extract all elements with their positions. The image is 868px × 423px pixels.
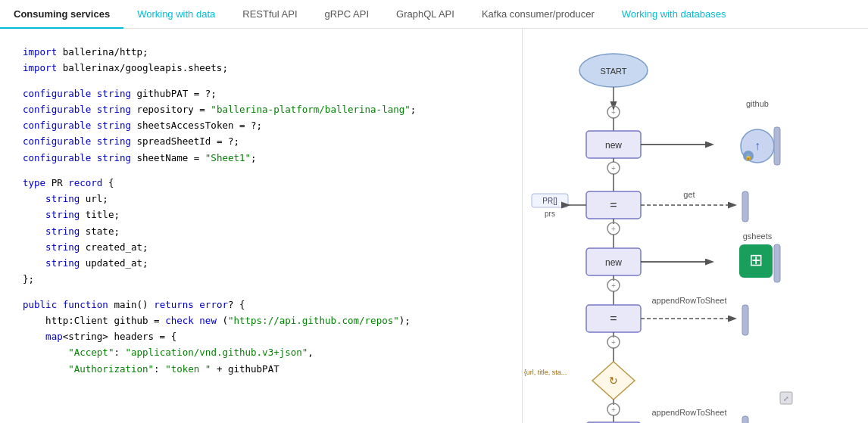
code-line-11: string url;: [23, 191, 499, 207]
new-label-2: new: [605, 257, 622, 268]
code-blank: [23, 166, 499, 175]
start-label: START: [600, 67, 626, 76]
loop-label: {url, title, sta...: [524, 369, 567, 376]
github-lock-icon: 🔒: [745, 153, 752, 160]
gsheets-icon-symbol: ⊞: [749, 250, 763, 269]
tab-working-with-data[interactable]: Working with data: [123, 0, 229, 29]
tab-consuming-services[interactable]: Consuming services: [0, 0, 123, 29]
diagram-panel: START + new github ↑ 🔒: [523, 29, 868, 423]
tab-label: GraphQL API: [396, 8, 454, 20]
code-line-18: public function main() returns error? {: [23, 297, 499, 313]
tab-graphql-api[interactable]: GraphQL API: [382, 0, 468, 29]
scrollbar-get: [742, 191, 748, 222]
code-line-1: import ballerina/http;: [23, 44, 499, 60]
code-line-15: string updated_at;: [23, 255, 499, 271]
code-line-2: import ballerinax/googleapis.sheets;: [23, 60, 499, 76]
plus-icon-loop: +: [611, 406, 616, 414]
resize-icon: ⤢: [783, 395, 789, 403]
code-line-14: string created_at;: [23, 239, 499, 255]
tab-label: Working with databases: [622, 8, 726, 20]
scrollbar-append1: [742, 305, 748, 335]
tab-label: gRPC API: [325, 8, 370, 20]
get-label: get: [683, 190, 695, 199]
code-line-7: configurable string spreadSheetId = ?;: [23, 133, 499, 149]
github-label: github: [746, 99, 769, 108]
tab-label: Consuming services: [14, 8, 110, 20]
new-label-1: new: [605, 140, 622, 151]
scrollbar-append2: [742, 416, 748, 423]
tab-restful-api[interactable]: RESTful API: [229, 0, 311, 29]
code-line-4: configurable string githubPAT = ?;: [23, 86, 499, 101]
eq-label-1: =: [610, 198, 617, 211]
plus-icon-eq1: +: [611, 225, 616, 233]
scrollbar-gsheets: [774, 244, 780, 282]
tab-label: RESTful API: [242, 8, 297, 20]
gsheets-label: gsheets: [743, 232, 773, 241]
tab-grpc-api[interactable]: gRPC API: [311, 0, 383, 29]
code-line-12: string title;: [23, 207, 499, 222]
code-line-8: configurable string sheetName = "Sheet1"…: [23, 150, 499, 166]
tab-label: Kafka consumer/producer: [482, 8, 595, 20]
append-label-2: appendRowToSheet: [651, 408, 726, 417]
code-line-10: type PR record {: [23, 175, 499, 191]
main-content: import ballerina/http; import ballerinax…: [0, 29, 868, 423]
prs-label: prs: [545, 210, 555, 218]
code-line-22: "Authorization": "token " + githubPAT: [23, 361, 499, 377]
scrollbar-github: [774, 127, 780, 165]
append-label-1: appendRowToSheet: [651, 296, 726, 305]
code-line-20: map<string> headers = {: [23, 328, 499, 344]
code-line-19: http:Client github = check new ("https:/…: [23, 313, 499, 328]
plus-icon-new1: +: [611, 164, 616, 173]
plus-icon-eq2: +: [611, 338, 616, 347]
tab-working-with-databases[interactable]: Working with databases: [608, 0, 740, 29]
code-line-5: configurable string repository = "baller…: [23, 101, 499, 117]
loop-icon: ↻: [609, 375, 618, 387]
code-blank: [23, 288, 499, 297]
plus-icon-start: +: [611, 108, 616, 117]
code-line-21: "Accept": "application/vnd.github.v3+jso…: [23, 344, 499, 360]
code-blank: [23, 76, 499, 86]
plus-icon-new2: +: [611, 281, 616, 290]
code-line-13: string state;: [23, 223, 499, 239]
eq-label-2: =: [610, 312, 617, 325]
github-icon-symbol: ↑: [754, 139, 760, 152]
diagram-svg: START + new github ↑ 🔒: [523, 29, 868, 423]
tab-bar: Consuming services Working with data RES…: [0, 0, 868, 29]
code-line-6: configurable string sheetsAccessToken = …: [23, 117, 499, 133]
tab-label: Working with data: [137, 8, 215, 20]
tab-kafka[interactable]: Kafka consumer/producer: [468, 0, 608, 29]
pr-array-label: PR[]: [542, 197, 557, 205]
code-panel: import ballerina/http; import ballerinax…: [0, 29, 523, 423]
code-line-16: };: [23, 271, 499, 287]
